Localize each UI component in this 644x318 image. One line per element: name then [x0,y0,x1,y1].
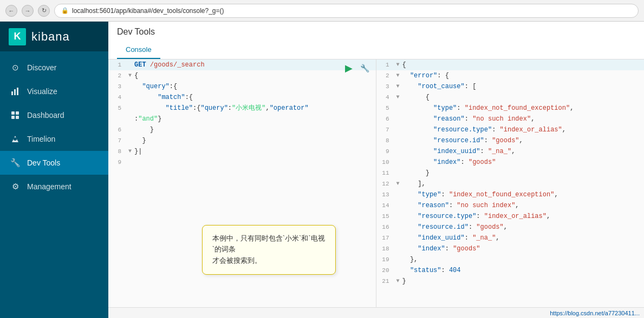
line-number: 3 [376,81,394,92]
resp-content: "index": "goods" [402,157,645,168]
resp-line: 1 ▼ { [376,59,645,70]
sidebar-logo: K kibana [0,22,108,51]
svg-rect-5 [11,116,15,119]
resp-line: 7 "resource.type": "index_or_alias", [376,124,645,135]
resp-content: "resource.type": "index_or_alias", [402,124,645,135]
sidebar-label-devtools: Dev Tools [27,158,60,167]
kibana-wordmark: kibana [31,30,70,44]
line-number: 2 [108,70,126,81]
line-number: 5 [376,103,394,114]
resp-line: 21 ▼ } [376,276,645,287]
resp-line: 5 "type": "index_not_found_exception", [376,103,645,114]
forward-button[interactable]: → [22,5,34,17]
kibana-logo-mark: K [9,28,26,45]
response-output: 1 ▼ { 2 ▼ "error": { 3 ▼ "root_cause": [ [376,59,645,307]
resp-line: 4 ▼ { [376,92,645,103]
line-content: "match":{ [134,92,376,103]
line-content: :"and"} [134,114,376,124]
page-title: Dev Tools [117,27,635,37]
back-button[interactable]: ← [5,5,17,17]
line-number: 15 [376,211,394,222]
lock-icon: 🔒 [61,7,69,14]
resp-line: 16 "resource.id": "goods", [376,222,645,233]
code-line: 7 } [108,135,376,146]
code-line: 5 "title":{"query":"小米电视","operator" [108,103,376,114]
resp-content: "type": "index_not_found_exception", [402,103,645,114]
browser-chrome: ← → ↻ 🔒 localhost:5601/app/kibana#/dev_t… [0,0,644,22]
resp-content: "root_cause": [ [402,81,645,92]
line-content: "query":{ [134,81,376,92]
bottom-link: https://blog.csdn.net/a77230411... [550,310,640,316]
settings-button[interactable]: 🔧 [359,62,372,75]
resp-content: }, [402,254,645,265]
line-number: 1 [108,59,126,70]
resp-content: "type": "index_not_found_exception", [402,189,645,200]
sidebar-item-devtools[interactable]: 🔧 Dev Tools [0,151,108,175]
line-number: 10 [376,157,394,168]
resp-content: "index_uuid": "_na_", [402,146,645,157]
response-panel: 1 ▼ { 2 ▼ "error": { 3 ▼ "root_cause": [ [376,59,645,307]
line-number: 17 [376,233,394,243]
line-number: 4 [376,92,394,103]
console-area: ▶ 🔧 1 GET /goods/_search 2 ▼ { [108,59,644,307]
dashboard-icon [10,110,21,121]
logo-letter: K [14,31,21,42]
line-number: 13 [376,189,394,200]
resp-line: 19 }, [376,254,645,265]
line-number: 8 [108,146,126,157]
sidebar-item-dashboard[interactable]: Dashboard [0,103,108,127]
resp-content: ], [402,178,645,189]
code-line: 1 GET /goods/_search [108,59,376,70]
svg-rect-3 [11,111,15,115]
line-number: 2 [376,70,394,81]
svg-rect-4 [16,111,19,115]
code-line: 3 "query":{ [108,81,376,92]
run-button[interactable]: ▶ [342,62,355,75]
line-number: 19 [376,254,394,265]
line-content: "title":{"query":"小米电视","operator" [134,103,376,114]
svg-rect-1 [14,89,16,95]
sidebar-label-visualize: Visualize [27,87,57,96]
line-number: 6 [108,124,126,135]
resp-content: "resource.id": "goods", [402,135,645,146]
discover-icon: ⊙ [10,62,21,73]
resp-line: 12 ▼ ], [376,178,645,189]
resp-line: 15 "resource.type": "index_or_alias", [376,211,645,222]
sidebar-label-timelion: Timelion [27,135,55,143]
code-line: 6 } [108,124,376,135]
resp-content: "index_uuid": "_na_", [402,233,645,243]
resp-line: 6 "reason": "no such index", [376,114,645,124]
line-number: 9 [108,157,126,168]
svg-point-8 [14,137,17,141]
resp-content: "reason": "no such index", [402,200,645,211]
timelion-icon [10,134,21,144]
resp-line: 14 "reason": "no such index", [376,200,645,211]
line-number: 3 [108,81,126,92]
resp-line: 11 } [376,168,645,178]
line-number: 7 [108,135,126,146]
sidebar-item-timelion[interactable]: Timelion [0,127,108,151]
address-bar[interactable]: 🔒 localhost:5601/app/kibana#/dev_tools/c… [54,4,639,18]
app-layout: K kibana ⊙ Discover Visualize [0,22,644,318]
management-icon: ⚙ [10,181,21,192]
resp-content: "status": 404 [402,265,645,276]
line-number: 21 [376,276,394,287]
sidebar-item-management[interactable]: ⚙ Management [0,175,108,198]
resp-content: { [402,59,645,70]
tab-console[interactable]: Console [117,41,160,59]
sidebar-item-discover[interactable]: ⊙ Discover [0,56,108,80]
code-line: 2 ▼ { [108,70,376,81]
line-content: } [134,135,376,146]
resp-line: 9 "index_uuid": "_na_", [376,146,645,157]
tooltip-box: 本例中，只有同时包含`小米`和`电视`的词条才会被搜索到。 [202,225,336,275]
line-number: 6 [376,114,394,124]
resp-line: 20 "status": 404 [376,265,645,276]
resp-content: } [402,168,645,178]
line-number: 8 [376,135,394,146]
sidebar-label-discover: Discover [27,63,56,72]
resp-line: 18 "index": "goods" [376,243,645,254]
resp-content: "reason": "no such index", [402,114,645,124]
refresh-button[interactable]: ↻ [38,5,50,17]
resp-line: 13 "type": "index_not_found_exception", [376,189,645,200]
sidebar-item-visualize[interactable]: Visualize [0,80,108,103]
